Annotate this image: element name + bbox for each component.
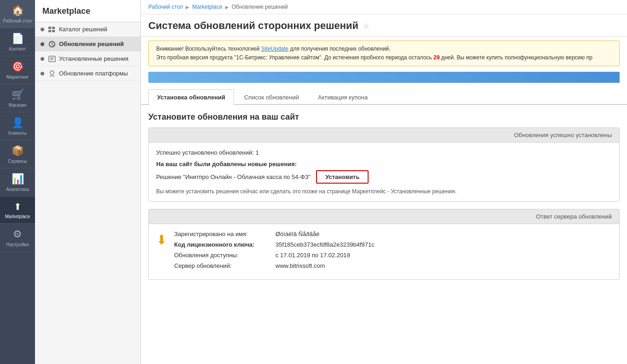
submenu-catalog[interactable]: Каталог решений [35, 22, 141, 37]
detail-value-name: Øóíàëîâ Ñåðãåé [275, 231, 319, 237]
detail-value-key: 35f185ceb373ecfdf8a2e3239b4f971c [275, 241, 375, 248]
sidebar-label-analytics: Аналитика [6, 187, 29, 192]
detail-row-server: Сервер обновлений: www.bitrixsoft.com [174, 262, 612, 269]
update-icon [48, 41, 56, 47]
solution-name: Решение "Инитпро Онлайн - Облачная касса… [156, 173, 311, 180]
warning-before-link: Внимание! Воспользуйтесь технологией [156, 46, 261, 52]
new-solutions-strong: На ваш сайт были добавлены новые решения… [156, 161, 297, 168]
page-title: Система обновлений сторонних решений [148, 20, 358, 32]
section-title: Установите обновления на ваш сайт [148, 112, 620, 122]
sidebar-item-shop[interactable]: 🛒 Магазин [0, 84, 35, 112]
svg-rect-5 [49, 56, 55, 62]
breadcrumb-sep-2: ▶ [225, 5, 229, 10]
detail-row-available: Обновления доступны: с 17.01.2019 по 17.… [174, 252, 612, 259]
server-card-header: Ответ сервера обновлений [149, 209, 619, 224]
success-card-header: Обновления успешно установлены [149, 128, 619, 143]
tab-updates-list[interactable]: Список обновлений [235, 89, 308, 105]
svg-rect-1 [52, 27, 55, 29]
sub-sidebar: Marketplace Каталог решений Обновление р… [35, 0, 141, 364]
sidebar-label-clients: Клиенты [8, 131, 27, 136]
submenu-platform-label: Обновление платформы [59, 70, 128, 77]
server-card-body: ⬇ Зарегистрировано на имя: Øóíàëîâ Ñåðãå… [149, 224, 619, 279]
marketplace-icon: ⬆ [14, 201, 22, 212]
page-title-bar: Система обновлений сторонних решений ☆ [141, 14, 627, 37]
sidebar-item-marketplace[interactable]: ⬆ Marketplace [0, 196, 35, 224]
svg-rect-2 [48, 30, 51, 32]
sidebar-item-settings[interactable]: ⚙ Настройки [0, 224, 35, 252]
svg-rect-0 [48, 27, 51, 29]
breadcrumb-desktop[interactable]: Рабочий стол [148, 4, 183, 10]
submenu-updates[interactable]: Обновление решений [35, 37, 141, 52]
breadcrumb: Рабочий стол ▶ Marketplace ▶ Обновление … [141, 0, 627, 14]
warning-after-link: для получения последних обновлений. [288, 46, 390, 52]
warning-after-days: дней. Вы можете купить полнофункциональн… [439, 54, 592, 61]
warning-banner: Внимание! Воспользуйтесь технологией Sit… [148, 40, 620, 66]
sidebar-label-services: Сервисы [8, 159, 27, 164]
platform-icon [48, 70, 56, 77]
tabs-bar: Установка обновлений Список обновлений А… [141, 88, 627, 105]
detail-label-server: Сервер обновлений: [174, 262, 275, 269]
detail-label-key: Код лицензионного ключа: [174, 241, 275, 248]
content-icon: 📄 [12, 33, 24, 45]
success-count: Успешно установлено обновлений: 1 [156, 149, 612, 156]
sidebar-item-clients[interactable]: 👤 Клиенты [0, 112, 35, 140]
progress-bar-fill [148, 72, 620, 83]
bullet-installed [41, 57, 44, 61]
submenu-updates-label: Обновление решений [59, 40, 124, 47]
sidebar-item-services[interactable]: 📦 Сервисы [0, 140, 35, 168]
settings-icon: ⚙ [13, 228, 22, 240]
breadcrumb-sep-1: ▶ [186, 5, 189, 10]
breadcrumb-marketplace[interactable]: Marketplace [192, 4, 222, 10]
submenu-catalog-label: Каталог решений [59, 26, 107, 33]
server-details: Зарегистрировано на имя: Øóíàëîâ Ñåðãåé … [174, 231, 612, 273]
sidebar-item-desktop[interactable]: 🏠 Рабочий стол [0, 0, 35, 28]
siteupdate-link[interactable]: SiteUpdate [261, 46, 288, 52]
server-card: Ответ сервера обновлений ⬇ Зарегистриров… [148, 209, 620, 280]
submenu-installed[interactable]: Установленные решения [35, 52, 141, 66]
server-status-icon: ⬇ [156, 232, 167, 248]
detail-row-name: Зарегистрировано на имя: Øóíàëîâ Ñåðãåé [174, 231, 612, 237]
tab-coupon-activation[interactable]: Активация купона [309, 89, 376, 105]
sidebar-label-marketing: Маркетинг [6, 75, 29, 80]
detail-label-available: Обновления доступны: [174, 252, 275, 259]
sidebar-label-marketplace: Marketplace [5, 214, 30, 220]
sidebar-item-analytics[interactable]: 📊 Аналитика [0, 168, 35, 196]
sidebar-item-marketing[interactable]: 🎯 Маркетинг [0, 56, 35, 84]
home-icon: 🏠 [12, 5, 24, 17]
warning-trial-text: Это пробная версия продукта "1С-Битрикс:… [156, 54, 434, 61]
progress-bar-area [148, 72, 620, 83]
success-card-body: Успешно установлено обновлений: 1 На ваш… [149, 143, 619, 201]
sidebar-label-desktop: Рабочий стол [3, 18, 32, 24]
bullet-updates [41, 42, 44, 46]
submenu-installed-label: Установленные решения [59, 55, 129, 62]
breadcrumb-current: Обновление решений [232, 4, 288, 10]
sub-sidebar-title: Marketplace [35, 0, 141, 22]
sidebar-label-shop: Магазин [9, 103, 27, 108]
sidebar-item-content[interactable]: 📄 Контент [0, 28, 35, 56]
main-content: Рабочий стол ▶ Marketplace ▶ Обновление … [141, 0, 627, 364]
installed-icon [48, 56, 56, 62]
submenu-platform[interactable]: Обновление платформы [35, 66, 141, 81]
tab-install-updates[interactable]: Установка обновлений [148, 89, 234, 105]
sidebar-label-settings: Настройки [6, 242, 29, 248]
install-solution-button[interactable]: Установить [316, 170, 369, 184]
sidebar-label-content: Контент [9, 46, 26, 52]
detail-row-key: Код лицензионного ключа: 35f185ceb373ecf… [174, 241, 612, 248]
svg-rect-3 [52, 30, 55, 32]
detail-value-available: с 17.01.2019 по 17.02.2019 [275, 252, 350, 259]
favorite-star-icon[interactable]: ☆ [363, 22, 369, 30]
new-solutions-label: На ваш сайт были добавлены новые решения… [156, 161, 612, 168]
main-sidebar: 🏠 Рабочий стол 📄 Контент 🎯 Маркетинг 🛒 М… [0, 0, 35, 364]
content-area: Установите обновления на ваш сайт Обновл… [141, 105, 627, 364]
svg-point-8 [50, 71, 54, 75]
server-response: ⬇ Зарегистрировано на имя: Øóíàëîâ Ñåðãå… [156, 231, 612, 273]
solution-row: Решение "Инитпро Онлайн - Облачная касса… [156, 170, 612, 184]
bullet-platform [41, 72, 44, 75]
shop-icon: 🛒 [12, 89, 24, 101]
detail-value-server: www.bitrixsoft.com [275, 262, 325, 269]
marketing-icon: 🎯 [12, 61, 24, 73]
bullet-catalog [41, 28, 44, 31]
catalog-icon [48, 26, 56, 33]
analytics-icon: 📊 [12, 173, 24, 185]
success-card: Обновления успешно установлены Успешно у… [148, 127, 620, 202]
